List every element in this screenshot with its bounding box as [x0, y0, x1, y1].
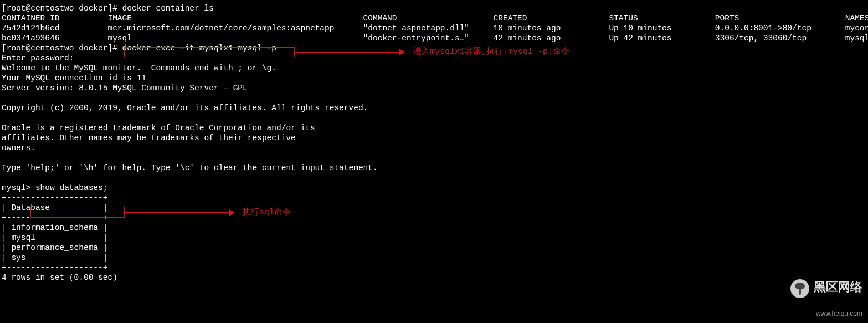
mysql-prompt: mysql>: [2, 183, 35, 192]
watermark-title: 黑区网络: [814, 280, 862, 294]
shell-prompt: [root@centostwo docker]#: [2, 44, 122, 53]
mysql-output: Enter password: Welcome to the MySQL mon…: [2, 54, 378, 172]
row-1: 7542d121b6cd mcr.microsoft.com/dotnet/co…: [2, 24, 868, 33]
command-text: docker exec -it mysqlx1 mysql -p: [122, 44, 276, 53]
annotation-text: 执行sql命令: [243, 208, 291, 218]
terminal-output[interactable]: [root@centostwo docker]# docker containe…: [2, 3, 868, 283]
row-2: bc0371a93646 mysql "docker-entrypoint.s……: [2, 34, 868, 43]
command-text: docker container ls: [122, 4, 214, 13]
mysql-command: show databases;: [35, 183, 108, 192]
shell-prompt: [root@centostwo docker]#: [2, 4, 122, 13]
mushroom-icon: [790, 279, 809, 298]
annotation-text: 进入mysqlx1容器,执行[mysql -p]命令: [413, 47, 569, 57]
watermark: 黑区网络 www.heiqu.com: [786, 269, 862, 319]
arrow-icon: [295, 52, 404, 53]
watermark-url: www.heiqu.com: [816, 310, 862, 317]
mysql-result: +--------------------+ | Database | +---…: [2, 193, 117, 282]
col-container-id: CONTAINER ID IMAGE COMMAND CREATED STATU…: [2, 14, 868, 23]
arrow-icon: [125, 212, 234, 213]
